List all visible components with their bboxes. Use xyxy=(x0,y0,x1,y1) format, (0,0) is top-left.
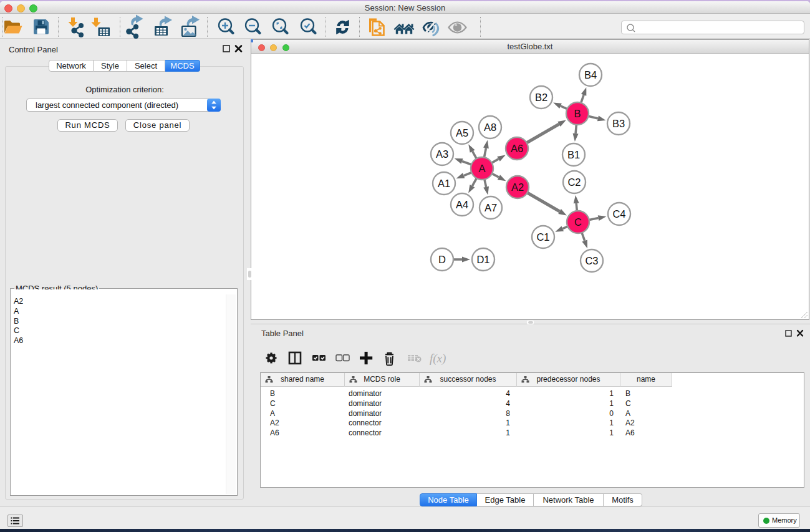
svg-text:A6: A6 xyxy=(511,143,523,154)
svg-text:C4: C4 xyxy=(612,208,625,220)
svg-text:B1: B1 xyxy=(567,149,580,160)
svg-text:C: C xyxy=(574,216,582,228)
svg-text:B3: B3 xyxy=(612,118,625,129)
svg-text:D: D xyxy=(438,254,446,265)
svg-text:A3: A3 xyxy=(436,148,448,160)
svg-text:A5: A5 xyxy=(456,127,468,138)
svg-text:B: B xyxy=(574,108,581,119)
svg-text:f(x): f(x) xyxy=(430,352,446,365)
svg-text:B2: B2 xyxy=(535,92,547,103)
svg-text:B4: B4 xyxy=(584,69,597,80)
svg-text:A7: A7 xyxy=(485,202,497,213)
svg-text:A8: A8 xyxy=(484,122,496,133)
svg-text:A1: A1 xyxy=(438,178,450,189)
svg-text:D1: D1 xyxy=(476,254,489,265)
svg-text:A: A xyxy=(478,163,485,174)
svg-text:C2: C2 xyxy=(567,177,581,188)
svg-text:A2: A2 xyxy=(511,181,524,193)
svg-text:A4: A4 xyxy=(456,199,468,210)
svg-text:C3: C3 xyxy=(585,255,598,266)
svg-text:C1: C1 xyxy=(536,231,549,243)
